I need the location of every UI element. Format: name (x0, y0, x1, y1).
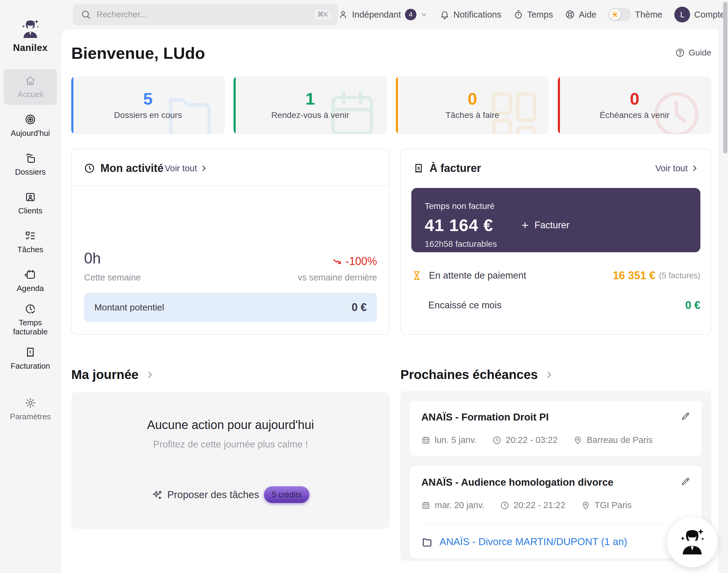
guide-label: Guide (689, 48, 711, 58)
event-title: ANAÏS - Formation Droit PI (421, 411, 549, 423)
scrollbar-thumb[interactable] (723, 2, 727, 153)
gear-icon (25, 397, 36, 409)
page-head: Bienvenue, LUdo Guide (71, 44, 711, 62)
sidebar-item-label: Agenda (17, 284, 44, 293)
plus-icon (521, 221, 530, 230)
deadlines-title: Prochaines échéances (400, 367, 538, 382)
bottom-row: Aucune action pour aujourd'hui Profitez … (71, 382, 711, 561)
account-button[interactable]: L Compte (674, 7, 725, 22)
sidebar-nav: Accueil Aujourd'hui Dossiers Clients (0, 69, 61, 427)
theme-toggle[interactable] (609, 8, 631, 21)
credits-badge: 5 crédits (264, 486, 309, 503)
home-icon (25, 75, 36, 87)
stat-value: 1 (305, 90, 315, 107)
unbilled-box: Temps non facturé 41 164 € Facturer 162h… (411, 188, 700, 252)
search-input[interactable] (96, 10, 308, 19)
event-card-1[interactable]: ANAÏS - Formation Droit PI lun. 5 janv. (409, 400, 702, 456)
chevron-right-icon (145, 370, 154, 379)
folders-icon (25, 153, 36, 164)
billing-card: $ À facturer Voir tout Temps non facturé (400, 149, 711, 335)
sidebar-item-accueil[interactable]: Accueil (4, 69, 57, 105)
calendar-small-icon (421, 501, 430, 510)
search-bar[interactable]: ⌘K (73, 4, 338, 25)
invoice-button[interactable]: Facturer (521, 220, 569, 231)
stat-card-rendez-vous[interactable]: 1 Rendez-vous à venir (234, 76, 387, 134)
pending-value: 16 351 € (613, 269, 655, 282)
chevron-right-icon (691, 164, 698, 172)
workspace-switcher[interactable]: Indépendant 4 (338, 9, 427, 20)
sidebar-item-parametres[interactable]: Paramètres (4, 392, 57, 427)
stat-card-dossiers[interactable]: 5 Dossiers en cours (71, 76, 225, 134)
event-date: lun. 5 janv. (421, 435, 477, 445)
event-card-2[interactable]: ANAÏS - Audience homologation divorce ma… (409, 465, 702, 559)
suggest-tasks-button[interactable]: Proposer des tâches 5 crédits (152, 486, 310, 503)
see-all-label: Voir tout (656, 163, 688, 173)
deadlines-section-header[interactable]: Prochaines échéances (400, 367, 711, 382)
sidebar-item-taches[interactable]: Tâches (4, 224, 57, 260)
theme-switcher: Thème (609, 8, 662, 21)
event-head: ANAÏS - Audience homologation divorce (421, 477, 690, 488)
sidebar-item-temps-facturable[interactable]: Temps facturable (4, 302, 57, 338)
event-time-label: 20:22 - 03:22 (506, 435, 557, 445)
potential-amount-box: Montant potentiel 0 € (84, 293, 377, 322)
unbilled-row: 41 164 € Facturer (425, 215, 687, 235)
sidebar-item-aujourdhui[interactable]: Aujourd'hui (4, 108, 57, 144)
stat-card-echeances[interactable]: 0 Échéances à venir (558, 76, 711, 134)
my-day-empty-subtitle: Profitez de cette journée plus calme ! (153, 439, 308, 450)
event-meta: lun. 5 janv. 20:22 - 03:22 (421, 435, 690, 445)
event-date: mar. 20 janv. (421, 500, 484, 510)
collected-row: Encaissé ce mois 0 € (401, 299, 711, 312)
assistant-fab[interactable] (667, 517, 717, 567)
topbar: ⌘K Indépendant 4 Notifications (61, 0, 728, 29)
time-tracker-button[interactable]: Temps (514, 10, 553, 20)
section-headers: Ma journée Prochaines échéances (71, 367, 711, 382)
sidebar-item-agenda[interactable]: Agenda (4, 263, 57, 299)
activity-header: Mon activité Voir tout (72, 149, 389, 186)
sidebar-item-label: Clients (18, 206, 42, 216)
edit-pencil-icon[interactable] (681, 411, 690, 421)
suggest-tasks-label: Proposer des tâches (167, 489, 259, 501)
edit-pencil-icon[interactable] (681, 477, 690, 486)
svg-text:€: € (29, 350, 32, 354)
event-meta: mar. 20 janv. 20:22 - 21:22 (421, 500, 690, 510)
event-date-label: mar. 20 janv. (435, 500, 484, 510)
sidebar-item-dossiers[interactable]: Dossiers (4, 147, 57, 183)
potential-value: 0 € (351, 301, 367, 314)
unbilled-value: 41 164 € (425, 215, 493, 235)
sidebar: Nanilex Accueil Aujourd'hui Dossiers (0, 0, 61, 573)
help-button[interactable]: Aide (565, 10, 596, 20)
clock-icon (84, 163, 95, 174)
sidebar-item-label: Tâches (17, 245, 43, 254)
event-location: Barreau de Paris (573, 435, 653, 445)
guide-button[interactable]: Guide (675, 48, 711, 58)
sidebar-item-label: Dossiers (15, 168, 46, 177)
brand-logo-lawyer-icon (19, 18, 41, 40)
case-link-row[interactable]: ANAÏS - Divorce MARTIN/DUPONT (1 an) (421, 536, 690, 548)
stat-card-taches[interactable]: 0 Tâches à faire (396, 76, 549, 134)
app-root: Nanilex Accueil Aujourd'hui Dossiers (0, 0, 728, 573)
sidebar-item-facturation[interactable]: € Facturation (4, 341, 57, 376)
workspace-count-badge: 4 (405, 9, 417, 20)
contact-card-icon (25, 191, 36, 203)
activity-see-all[interactable]: Voir tout (165, 163, 208, 173)
sidebar-item-clients[interactable]: Clients (4, 186, 57, 221)
pending-label: En attente de paiement (429, 270, 526, 281)
search-shortcut: ⌘K (314, 9, 332, 20)
dashboard-row: Mon activité Voir tout 0h Cette semaine (71, 149, 711, 335)
sidebar-item-label: Accueil (17, 90, 43, 99)
billing-see-all[interactable]: Voir tout (656, 163, 698, 173)
calendar-icon (25, 269, 36, 280)
avatar: L (674, 7, 690, 22)
target-icon (25, 114, 36, 125)
activity-summary: 0h Cette semaine -100% vs semaine derniè… (72, 250, 389, 282)
calendar-small-icon (421, 436, 430, 445)
workspace-label: Indépendant (352, 10, 401, 20)
chevron-right-icon (200, 164, 208, 172)
clock-check-icon (25, 303, 36, 315)
clock-small-icon (492, 436, 501, 445)
my-day-section-header[interactable]: Ma journée (71, 367, 390, 382)
notifications-button[interactable]: Notifications (440, 10, 501, 20)
sparkles-icon (152, 489, 162, 500)
calendar-bg-icon (323, 86, 381, 134)
activity-delta-row: -100% (298, 255, 377, 268)
